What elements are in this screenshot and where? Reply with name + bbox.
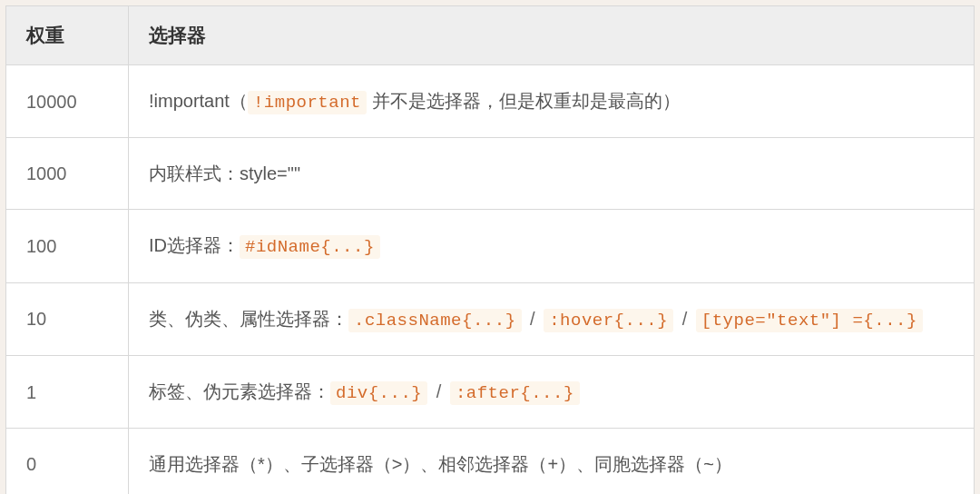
text-prefix: 标签、伪元素选择器： — [149, 381, 330, 401]
code-snippet: .className{...} — [348, 309, 522, 332]
table-row: 100 ID选择器：#idName{...} — [6, 210, 975, 282]
weight-cell: 0 — [6, 429, 129, 494]
weight-cell: 100 — [6, 210, 129, 282]
weight-cell: 10 — [6, 282, 129, 355]
table-row: 10 类、伪类、属性选择器：.className{...} / :hover{.… — [6, 282, 975, 355]
selector-cell: ID选择器：#idName{...} — [129, 210, 975, 282]
selector-cell: 内联样式：style="" — [129, 138, 975, 210]
selector-cell: !important（!important 并不是选择器，但是权重却是最高的） — [129, 65, 975, 138]
code-snippet: #idName{...} — [240, 235, 380, 259]
header-weight: 权重 — [6, 6, 129, 65]
separator: / — [522, 309, 544, 329]
table-header-row: 权重 选择器 — [6, 6, 975, 65]
code-snippet: !important — [248, 91, 367, 114]
table-row: 1000 内联样式：style="" — [6, 138, 975, 210]
text-prefix: !important（ — [149, 91, 248, 111]
table-row: 10000 !important（!important 并不是选择器，但是权重却… — [6, 65, 975, 138]
selector-cell: 通用选择器（*）、子选择器（>）、相邻选择器（+）、同胞选择器（~） — [129, 429, 975, 494]
table-row: 0 通用选择器（*）、子选择器（>）、相邻选择器（+）、同胞选择器（~） — [6, 429, 975, 494]
css-specificity-table: 权重 选择器 10000 !important（!important 并不是选择… — [5, 5, 975, 494]
text-suffix: 并不是选择器，但是权重却是最高的） — [367, 91, 681, 111]
header-selector: 选择器 — [129, 6, 975, 65]
weight-cell: 1000 — [6, 138, 129, 210]
selector-cell: 类、伪类、属性选择器：.className{...} / :hover{...}… — [129, 282, 975, 355]
code-snippet: :after{...} — [450, 381, 580, 405]
code-snippet: :hover{...} — [544, 309, 673, 332]
table-row: 1 标签、伪元素选择器：div{...} / :after{...} — [6, 355, 975, 428]
code-snippet: [type="text"] ={...} — [696, 309, 923, 332]
separator: / — [427, 381, 450, 401]
code-snippet: div{...} — [330, 381, 427, 405]
weight-cell: 10000 — [6, 65, 129, 138]
selector-cell: 标签、伪元素选择器：div{...} / :after{...} — [129, 355, 975, 428]
text-prefix: ID选择器： — [149, 235, 240, 255]
text-prefix: 类、伪类、属性选择器： — [149, 309, 348, 329]
weight-cell: 1 — [6, 355, 129, 428]
separator: / — [673, 309, 696, 329]
